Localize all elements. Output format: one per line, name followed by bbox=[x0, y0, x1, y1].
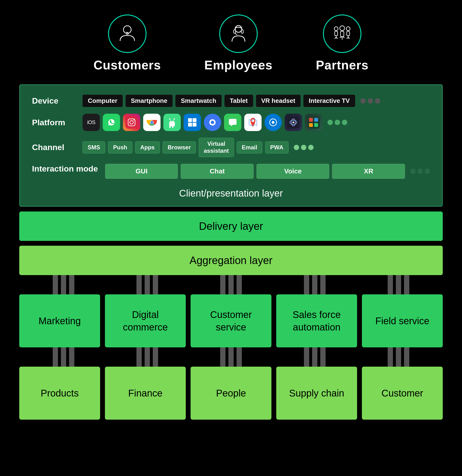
box-products: Products bbox=[19, 367, 100, 420]
aggregation-layer-label: Aggregation layer bbox=[190, 254, 273, 266]
platform-label: Platform bbox=[32, 118, 75, 128]
interaction-chat: Chat bbox=[181, 164, 254, 179]
svg-rect-30 bbox=[171, 122, 172, 123]
pipe bbox=[136, 275, 142, 294]
platform-cortana bbox=[264, 114, 282, 131]
svg-rect-11 bbox=[335, 31, 338, 36]
pipes-top bbox=[19, 275, 443, 294]
device-computer: Computer bbox=[82, 95, 123, 107]
top-boxes-row: Marketing Digitalcommerce Customerservic… bbox=[19, 294, 443, 347]
device-row: Device Computer Smartphone Smartwatch Ta… bbox=[32, 95, 430, 107]
svg-point-5 bbox=[340, 26, 345, 31]
customers-label: Customers bbox=[93, 58, 161, 72]
device-tablet: Tablet bbox=[224, 95, 253, 107]
svg-rect-56 bbox=[314, 118, 318, 122]
svg-rect-4 bbox=[241, 30, 243, 33]
box-customer: Customer bbox=[362, 367, 443, 420]
customers-icon bbox=[116, 23, 138, 45]
platform-messages bbox=[224, 114, 241, 131]
interaction-voice: Voice bbox=[256, 164, 330, 179]
pipe bbox=[396, 347, 401, 367]
pipe-group-1 bbox=[53, 275, 74, 294]
platform-instagram bbox=[123, 114, 140, 131]
box-sales-force: Sales forceautomation bbox=[276, 294, 357, 347]
platform-signal bbox=[204, 114, 221, 131]
svg-rect-54 bbox=[307, 116, 320, 129]
pipe bbox=[220, 347, 225, 367]
aggregation-layer: Aggregation layer bbox=[19, 246, 443, 275]
pipe bbox=[237, 275, 242, 294]
personas-section: Customers Employees bbox=[93, 15, 368, 72]
pipe bbox=[304, 347, 309, 367]
interaction-gui: GUI bbox=[105, 164, 178, 179]
pipe-group-4 bbox=[304, 275, 326, 294]
platform-whatsapp bbox=[103, 114, 120, 131]
svg-point-2 bbox=[235, 26, 242, 32]
channel-items: SMS Push Apps Browser Virtualassistant E… bbox=[82, 138, 314, 157]
device-interactive-tv: Interactive TV bbox=[303, 95, 355, 107]
svg-point-24 bbox=[133, 119, 134, 120]
svg-point-35 bbox=[174, 118, 175, 119]
pipe bbox=[304, 275, 309, 294]
channel-row: Channel SMS Push Apps Browser Virtualass… bbox=[32, 138, 430, 157]
pipe bbox=[53, 347, 58, 367]
box-digital-commerce: Digitalcommerce bbox=[105, 294, 186, 347]
svg-point-43 bbox=[211, 121, 214, 124]
pipe bbox=[153, 347, 158, 367]
svg-rect-40 bbox=[192, 123, 196, 127]
pipe-group-b5 bbox=[388, 347, 409, 367]
box-field-service: Field service bbox=[362, 294, 443, 347]
box-supply-chain: Supply chain bbox=[276, 367, 357, 420]
employees-label: Employees bbox=[204, 58, 273, 72]
persona-customers: Customers bbox=[93, 15, 161, 72]
pipe-group-3 bbox=[220, 275, 242, 294]
platform-ios: iOS bbox=[82, 114, 100, 131]
channel-label: Channel bbox=[32, 142, 75, 152]
device-dots bbox=[361, 98, 380, 104]
pipe bbox=[404, 275, 409, 294]
pipe bbox=[69, 275, 74, 294]
bottom-boxes-row: Products Finance People Supply chain Cus… bbox=[19, 367, 443, 420]
pipe bbox=[145, 347, 150, 367]
svg-rect-39 bbox=[188, 123, 192, 127]
employees-icon bbox=[228, 23, 249, 45]
pipe bbox=[228, 347, 234, 367]
svg-point-53 bbox=[292, 121, 294, 123]
interaction-xr: XR bbox=[332, 164, 405, 179]
client-layer-label: Client/presentation layer bbox=[32, 186, 430, 199]
pipe bbox=[69, 347, 74, 367]
channel-push: Push bbox=[108, 141, 132, 153]
persona-employees: Employees bbox=[204, 15, 273, 72]
customers-icon-circle bbox=[108, 15, 147, 53]
persona-partners: Partners bbox=[316, 15, 369, 72]
svg-rect-31 bbox=[172, 122, 173, 123]
platform-windows bbox=[184, 114, 201, 131]
interaction-dots bbox=[410, 164, 430, 179]
svg-rect-57 bbox=[309, 123, 313, 127]
device-smartphone: Smartphone bbox=[126, 95, 173, 107]
channel-browser: Browser bbox=[163, 141, 196, 153]
svg-point-34 bbox=[169, 118, 170, 119]
pipe bbox=[320, 275, 326, 294]
platform-chrome bbox=[143, 114, 160, 131]
partners-icon bbox=[331, 23, 353, 45]
svg-point-28 bbox=[150, 121, 153, 124]
svg-point-10 bbox=[334, 27, 338, 31]
pipe bbox=[136, 347, 142, 367]
box-finance: Finance bbox=[105, 367, 186, 420]
pipe-group-5 bbox=[388, 275, 409, 294]
pipe-group-b4 bbox=[304, 347, 326, 367]
pipe bbox=[228, 275, 234, 294]
platform-dots bbox=[328, 120, 347, 125]
pipe bbox=[237, 347, 242, 367]
pipe-group-b3 bbox=[220, 347, 242, 367]
partners-label: Partners bbox=[316, 58, 369, 72]
delivery-layer: Delivery layer bbox=[19, 212, 443, 241]
svg-rect-6 bbox=[340, 31, 344, 37]
channel-apps: Apps bbox=[135, 141, 160, 153]
pipe bbox=[320, 347, 326, 367]
architecture-diagram: Device Computer Smartphone Smartwatch Ta… bbox=[19, 84, 443, 420]
svg-rect-37 bbox=[188, 118, 192, 122]
interaction-items: GUI Chat Voice XR bbox=[105, 164, 430, 179]
channel-virtual-assistant: Virtualassistant bbox=[199, 138, 234, 157]
